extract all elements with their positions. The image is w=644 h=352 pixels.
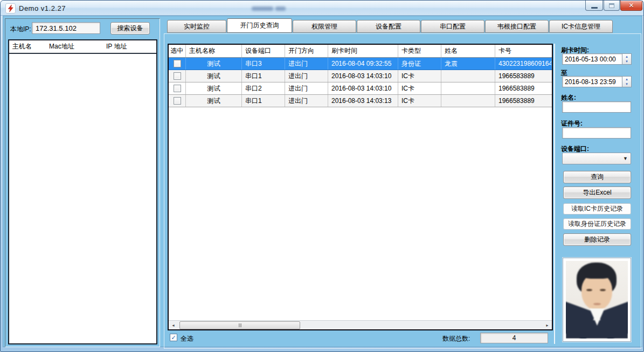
cell-port: 串口3 [242,58,285,70]
col-hostname: 主机名 [9,42,49,51]
cell-time: 2016-08-04 09:32:55 [328,58,398,70]
cell-card-no: 430223198609164219 [495,58,552,70]
select-all-label: 全选 [181,334,193,343]
export-excel-button[interactable]: 导出Excel [563,187,631,199]
cell-host: 测试 [186,95,242,107]
cell-name: 龙震 [441,58,495,70]
tab-permission[interactable]: 权限管理 [293,20,356,33]
cell-host: 测试 [186,58,242,70]
col-ip: IP 地址 [106,42,156,51]
col-mac: Mac地址 [49,42,106,51]
tab-bar: 实时监控 开门历史查询 权限管理 设备配置 串口配置 韦根接口配置 IC卡信息管… [167,20,613,33]
row-checkbox[interactable] [174,85,181,92]
table-row[interactable]: 测试 串口1 进出门 2016-08-03 14:03:10 IC卡 19665… [169,70,552,82]
app-window: Demo v1.2.27 ✕ 本地IP: 搜索设备 主机名 Mac地址 IP 地… [0,0,644,352]
header-host: 主机名称 [186,45,242,57]
panel-divider [554,44,555,344]
row-checkbox[interactable] [174,60,181,67]
close-button[interactable]: ✕ [620,1,642,11]
scrollbar-thumb[interactable] [179,321,300,329]
cell-direction: 进出门 [285,70,328,82]
read-id-history-button[interactable]: 读取身份证历史记录 [563,218,631,230]
search-device-button[interactable]: 搜索设备 [110,22,150,34]
cell-host: 测试 [186,82,242,94]
spin-down-icon[interactable]: ▼ [622,82,631,87]
scrollbar-grip-icon [240,323,240,327]
tab-serial-config[interactable]: 串口配置 [421,20,484,33]
cell-card-no: 1966583889 [495,70,552,82]
maximize-button[interactable] [604,1,620,11]
header-name: 姓名 [441,45,495,57]
local-ip-input[interactable] [32,22,100,34]
tab-ic-card-info[interactable]: IC卡信息管理 [549,20,613,33]
cell-time: 2016-08-03 14:03:10 [328,70,398,82]
id-number-input[interactable] [562,127,631,139]
table-row[interactable]: 测试 串口2 进出门 2016-08-03 14:03:10 IC卡 19665… [169,82,552,95]
cell-name [441,95,495,107]
cell-card-type: 身份证 [398,58,441,70]
device-port-select[interactable]: ▼ [562,153,631,164]
row-checkbox[interactable] [174,72,181,80]
cell-name [441,82,495,94]
header-card-type: 卡类型 [398,45,441,57]
time-to-spinner[interactable]: ▲ ▼ [622,76,632,87]
spin-down-icon[interactable]: ▼ [622,59,631,65]
spin-up-icon[interactable]: ▲ [622,54,631,59]
cell-host: 测试 [186,70,242,82]
minimize-icon [591,7,598,9]
check-icon: ✓ [171,335,176,341]
name-input[interactable] [562,101,631,113]
cell-port: 串口1 [242,70,285,82]
row-checkbox[interactable] [174,97,181,105]
id-photo [566,261,628,339]
header-swipe-time: 刷卡时间 [328,45,398,57]
local-ip-label: 本地IP: [10,25,31,34]
cell-direction: 进出门 [285,58,328,70]
cell-direction: 进出门 [285,82,328,94]
scrollbar-track[interactable] [178,321,543,330]
select-all-checkbox[interactable]: ✓ [170,334,177,341]
time-from-field[interactable]: 2016-05-13 00:00 [562,53,622,65]
id-photo-frame [563,258,631,342]
history-table-header: 选中 主机名称 设备端口 开门方向 刷卡时间 卡类型 姓名 卡号 [169,45,552,58]
read-ic-history-button[interactable]: 读取IC卡历史记录 [563,203,631,215]
header-selected: 选中 [169,45,186,57]
cell-direction: 进出门 [285,95,328,107]
close-icon: ✕ [628,2,634,9]
time-from-spinner[interactable]: ▲ ▼ [622,53,632,65]
titlebar-watermark [275,6,286,11]
scroll-left-icon[interactable]: ◄ [169,321,178,330]
window-title: Demo v1.2.27 [19,4,66,12]
chevron-down-icon: ▼ [623,156,628,161]
titlebar[interactable]: Demo v1.2.27 ✕ [1,1,643,16]
portrait-illustration [566,261,628,339]
cell-time: 2016-08-03 14:03:10 [328,82,398,94]
tab-wiegand-config[interactable]: 韦根接口配置 [485,20,549,33]
scroll-right-icon[interactable]: ► [543,321,552,330]
header-direction: 开门方向 [285,45,328,57]
table-row[interactable]: 测试 串口3 进出门 2016-08-04 09:32:55 身份证 龙震 43… [169,58,552,70]
device-list-table[interactable]: 主机名 Mac地址 IP 地址 [8,39,157,344]
total-label: 数据总数: [442,334,470,343]
time-to-field[interactable]: 2016-08-13 23:59 [562,76,622,87]
cell-card-type: IC卡 [398,70,441,82]
history-table[interactable]: 选中 主机名称 设备端口 开门方向 刷卡时间 卡类型 姓名 卡号 测试 串口3 … [168,44,553,330]
tab-device-config[interactable]: 设备配置 [357,20,420,33]
cell-card-type: IC卡 [398,82,441,94]
cell-card-no: 1966583889 [495,82,552,94]
cell-card-no: 1966583889 [495,95,552,107]
device-list-header: 主机名 Mac地址 IP 地址 [9,40,156,54]
app-logo-icon [5,3,16,13]
tab-open-history[interactable]: 开门历史查询 [227,18,292,33]
cell-port: 串口1 [242,95,285,107]
cell-port: 串口2 [242,82,285,94]
cell-time: 2016-08-03 14:03:13 [328,95,398,107]
cell-name [441,70,495,82]
horizontal-scrollbar[interactable]: ◄ ► [169,320,552,329]
minimize-button[interactable] [585,1,603,11]
tab-realtime-monitor[interactable]: 实时监控 [167,20,226,33]
delete-records-button[interactable]: 删除记录 [563,233,631,246]
table-row[interactable]: 测试 串口1 进出门 2016-08-03 14:03:13 IC卡 19665… [169,95,552,107]
spin-up-icon[interactable]: ▲ [622,77,631,82]
query-button[interactable]: 查询 [563,171,631,183]
